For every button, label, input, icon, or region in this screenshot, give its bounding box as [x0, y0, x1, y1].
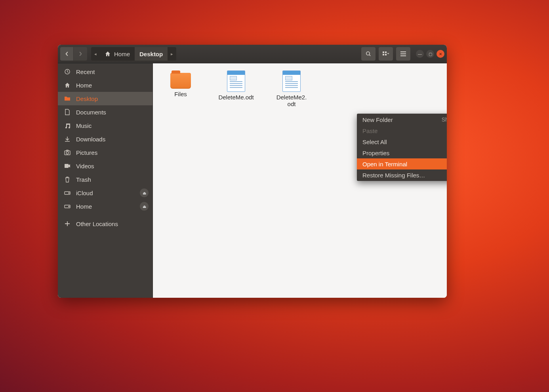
download-icon	[63, 136, 71, 142]
back-button[interactable]	[60, 47, 74, 61]
sidebar-item-label: Downloads	[76, 136, 105, 143]
svg-point-7	[66, 152, 69, 154]
eject-button[interactable]: ⏏	[140, 188, 149, 197]
drive-icon	[63, 204, 71, 209]
search-button[interactable]	[361, 47, 376, 61]
file-grid: FilesDeleteMe.​odtDeleteMe2.​odt	[153, 63, 447, 114]
sidebar-item-videos[interactable]: Videos	[58, 159, 152, 173]
sidebar-item-label: Music	[76, 122, 92, 129]
sidebar-item-trash[interactable]: Trash	[58, 173, 152, 186]
ctx-item-label: Open in Terminal	[362, 161, 407, 167]
sidebar-item-label: Home	[76, 82, 92, 89]
drive-icon	[63, 190, 71, 195]
folder-icon	[63, 95, 71, 102]
header-bar: ◂ Home Desktop ▸ — ▢ ✕	[58, 45, 447, 63]
ctx-item-new-folder[interactable]: New FolderShift+Ctrl+N	[357, 114, 447, 125]
svg-rect-4	[385, 54, 387, 55]
hamburger-menu-button[interactable]	[396, 47, 410, 61]
svg-point-0	[366, 52, 370, 55]
ctx-item-shortcut: Shift+Ctrl+N	[442, 116, 447, 123]
trash-icon	[63, 176, 71, 183]
sidebar-item-label: Documents	[76, 109, 106, 116]
svg-rect-3	[383, 54, 384, 55]
forward-button[interactable]	[74, 47, 87, 61]
nav-group	[60, 47, 87, 61]
grid-dropdown-icon	[382, 51, 389, 57]
file-item[interactable]: DeleteMe2.​odt	[273, 70, 310, 107]
hamburger-icon	[400, 51, 406, 56]
path-current-label: Desktop	[139, 51, 163, 57]
path-caret-right-icon[interactable]: ▸	[168, 51, 176, 57]
sidebar-item-label: Home	[76, 203, 92, 210]
odt-document-icon	[227, 70, 245, 92]
path-seg-home[interactable]: Home	[100, 47, 135, 61]
document-icon	[63, 109, 71, 115]
path-bar: ◂ Home Desktop ▸	[91, 47, 176, 61]
file-manager-window: ◂ Home Desktop ▸ — ▢ ✕ RecentHomeDe	[58, 45, 447, 298]
sidebar-item-other-locations[interactable]: Other Locations	[58, 217, 152, 230]
chevron-right-icon	[78, 51, 83, 56]
ctx-item-paste: PasteCtrl+V	[357, 125, 447, 136]
window-controls: — ▢ ✕	[416, 50, 444, 58]
home-icon	[63, 82, 71, 88]
chevron-left-icon	[65, 51, 69, 56]
sidebar-item-label: Desktop	[76, 95, 98, 102]
close-button[interactable]: ✕	[437, 50, 444, 58]
sidebar-item-desktop[interactable]: Desktop	[58, 92, 152, 105]
plus-icon	[63, 221, 71, 226]
file-item[interactable]: DeleteMe.​odt	[218, 70, 254, 101]
sidebar-item-home[interactable]: Home⏏	[58, 200, 152, 213]
minimize-button[interactable]: —	[416, 50, 424, 58]
sidebar-item-downloads[interactable]: Downloads	[58, 132, 152, 146]
odt-document-icon	[282, 70, 301, 92]
file-label: DeleteMe.​odt	[218, 94, 254, 101]
ctx-item-label: New Folder	[362, 116, 393, 123]
sidebar-item-label: iCloud	[76, 190, 93, 196]
ctx-item-properties[interactable]: PropertiesCtrl+I	[357, 147, 447, 158]
ctx-item-label: Properties	[362, 150, 389, 156]
sidebar-item-music[interactable]: Music	[58, 119, 152, 132]
sidebar-item-icloud[interactable]: iCloud⏏	[58, 186, 152, 200]
camera-icon	[63, 150, 71, 155]
ctx-item-label: Select All	[362, 139, 387, 145]
sidebar-item-label: Videos	[76, 163, 94, 169]
ctx-item-label: Restore Missing Files…	[362, 172, 425, 179]
sidebar-item-pictures[interactable]: Pictures	[58, 146, 152, 159]
sidebar-item-label: Recent	[76, 69, 95, 75]
svg-rect-8	[65, 164, 69, 168]
sidebar-item-label: Pictures	[76, 149, 97, 156]
search-icon	[365, 51, 372, 57]
music-icon	[63, 122, 71, 129]
eject-button[interactable]: ⏏	[140, 202, 149, 211]
view-options-button[interactable]	[379, 47, 393, 61]
folder-icon	[170, 73, 191, 89]
svg-rect-2	[385, 51, 387, 53]
home-icon	[105, 51, 111, 57]
clock-icon	[63, 69, 71, 75]
path-caret-left-icon[interactable]: ◂	[91, 51, 100, 57]
context-menu: New FolderShift+Ctrl+NPasteCtrl+VSelect …	[357, 114, 447, 181]
svg-rect-1	[383, 51, 384, 53]
sidebar-item-home[interactable]: Home	[58, 78, 152, 92]
sidebar-item-documents[interactable]: Documents	[58, 105, 152, 119]
ctx-item-restore-missing-files-[interactable]: Restore Missing Files…	[357, 169, 447, 181]
window-body: RecentHomeDesktopDocumentsMusicDownloads…	[58, 63, 447, 298]
file-label: Files	[174, 91, 187, 97]
video-icon	[63, 164, 71, 168]
path-seg-current[interactable]: Desktop	[135, 47, 168, 61]
sidebar-item-label: Trash	[76, 176, 91, 183]
svg-point-12	[69, 206, 69, 207]
sidebar-item-label: Other Locations	[76, 221, 118, 227]
ctx-item-label: Paste	[362, 127, 377, 134]
ctx-item-select-all[interactable]: Select AllCtrl+A	[357, 136, 447, 147]
ctx-item-open-in-terminal[interactable]: Open in Terminal	[357, 158, 447, 169]
file-label: DeleteMe2.​odt	[273, 94, 310, 107]
svg-point-10	[69, 193, 69, 194]
path-home-label: Home	[114, 51, 130, 57]
places-sidebar: RecentHomeDesktopDocumentsMusicDownloads…	[58, 63, 153, 298]
files-pane[interactable]: FilesDeleteMe.​odtDeleteMe2.​odt New Fol…	[153, 63, 447, 298]
file-item[interactable]: Files	[162, 70, 199, 97]
sidebar-item-recent[interactable]: Recent	[58, 65, 152, 78]
maximize-button[interactable]: ▢	[426, 50, 434, 58]
